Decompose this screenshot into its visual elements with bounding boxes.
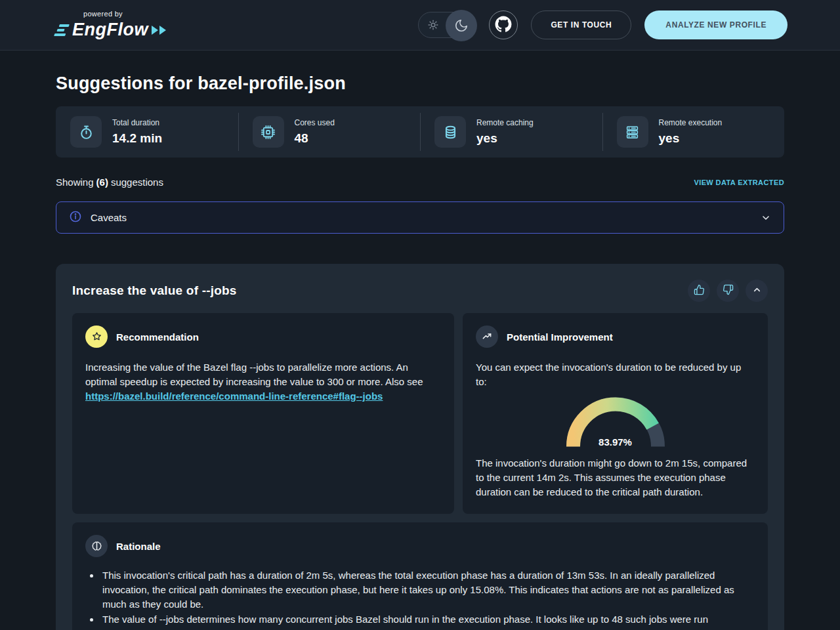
engflow-logo[interactable]: powered by EngFlow	[56, 10, 166, 40]
potential-improvement-box: Potential Improvement You can expect the…	[463, 313, 768, 514]
stat-value: yes	[476, 131, 534, 146]
double-arrow-icon	[152, 26, 166, 35]
stat-value: 14.2 min	[112, 131, 162, 146]
improvement-detail: The invocation's duration might go down …	[476, 456, 755, 499]
chevron-up-icon	[752, 285, 762, 297]
stat-remote-caching: Remote caching yes	[420, 106, 602, 158]
rationale-bullet: This invocation's critical path has a du…	[100, 568, 755, 611]
showing-suggestions-text: Showing(6)suggestions	[56, 177, 163, 188]
stat-label: Total duration	[112, 118, 162, 127]
get-in-touch-button[interactable]: GET IN TOUCH	[531, 10, 631, 39]
trending-up-icon	[476, 326, 498, 348]
server-icon	[617, 116, 648, 148]
sun-icon	[419, 18, 448, 32]
stats-bar: Total duration 14.2 min Cores used 48	[56, 106, 784, 158]
app-header: powered by EngFlow	[0, 0, 840, 51]
improvement-gauge: 83.97%	[566, 397, 665, 447]
stat-remote-execution: Remote execution yes	[602, 106, 785, 158]
rationale-heading: Rationale	[116, 541, 161, 552]
moon-icon	[446, 10, 477, 41]
analyze-new-profile-button[interactable]: ANALYZE NEW PROFILE	[644, 10, 788, 39]
database-icon	[434, 116, 466, 148]
suggestion-title: Increase the value of --jobs	[72, 284, 237, 298]
view-data-extracted-link[interactable]: VIEW DATA EXTRACTED	[694, 178, 784, 186]
github-button[interactable]	[489, 10, 518, 39]
recommendation-heading: Recommendation	[116, 331, 199, 343]
thumbs-down-button[interactable]	[717, 280, 739, 302]
stat-label: Remote caching	[476, 118, 534, 127]
thumbs-down-icon	[723, 284, 734, 297]
recommendation-box: Recommendation Increasing the value of t…	[72, 313, 454, 514]
chevron-down-icon	[761, 213, 771, 223]
caveats-panel[interactable]: Caveats	[56, 201, 784, 234]
caveats-label: Caveats	[91, 212, 127, 223]
page-title: Suggestions for bazel-profile.json	[56, 74, 784, 94]
stat-value: 48	[295, 131, 335, 146]
rationale-box: Rationale This invocation's critical pat…	[72, 522, 768, 630]
theme-toggle[interactable]	[418, 12, 476, 38]
thumbs-up-button[interactable]	[688, 280, 710, 302]
github-icon	[495, 16, 512, 35]
improvement-heading: Potential Improvement	[507, 331, 613, 343]
star-icon	[85, 326, 108, 348]
cpu-icon	[253, 116, 284, 148]
brand-name: EngFlow	[72, 20, 148, 40]
gauge-value: 83.97%	[566, 436, 665, 448]
brain-icon	[85, 535, 108, 557]
thumbs-up-icon	[694, 284, 705, 297]
info-icon	[69, 210, 82, 226]
stopwatch-icon	[70, 116, 102, 148]
rationale-bullet: The value of --jobs determines how many …	[100, 612, 755, 627]
improvement-intro: You can expect the invocation's duration…	[476, 360, 755, 389]
suggestion-card: Increase the value of --jobs	[56, 264, 784, 630]
stat-cores-used: Cores used 48	[238, 106, 421, 158]
engflow-mark-icon	[54, 24, 70, 36]
stat-total-duration: Total duration 14.2 min	[56, 106, 238, 158]
stat-label: Cores used	[295, 118, 335, 127]
bazel-reference-link[interactable]: https://bazel.build/reference/command-li…	[85, 390, 383, 402]
collapse-card-button[interactable]	[746, 280, 768, 302]
stat-label: Remote execution	[659, 118, 723, 127]
stat-value: yes	[659, 131, 723, 146]
powered-by-label: powered by	[83, 10, 166, 18]
recommendation-text: Increasing the value of the Bazel flag -…	[85, 360, 441, 404]
rationale-list: This invocation's critical path has a du…	[88, 568, 755, 627]
